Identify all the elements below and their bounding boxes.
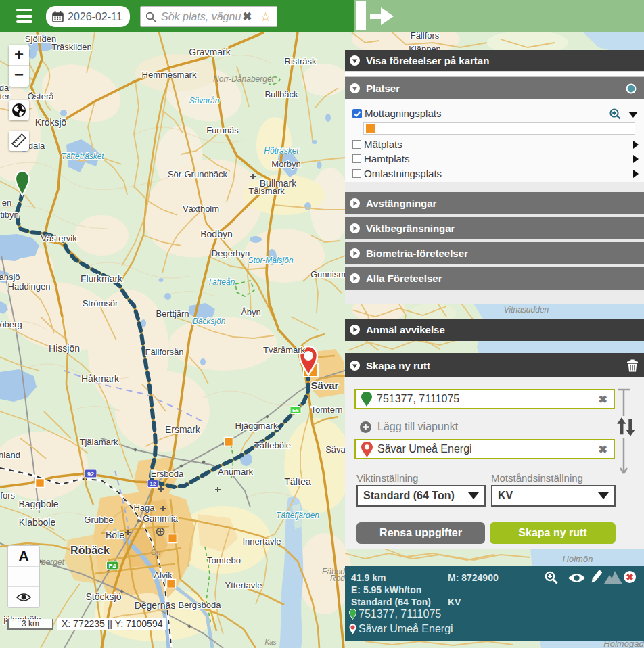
svg-text:nland: nland bbox=[0, 450, 20, 460]
svg-text:Bullbäck: Bullbäck bbox=[264, 89, 298, 99]
svg-text:Berttjärn: Berttjärn bbox=[156, 308, 189, 319]
svg-text:Grubbe: Grubbe bbox=[84, 515, 113, 525]
svg-text:E6: E6 bbox=[292, 407, 299, 413]
svg-text:Haga: Haga bbox=[133, 503, 155, 513]
svg-text:Degernäs: Degernäs bbox=[135, 600, 176, 611]
svg-text:Rod: Rod bbox=[330, 574, 345, 583]
svg-text:dala: dala bbox=[28, 141, 45, 151]
svg-text:Stöcksjö: Stöcksjö bbox=[86, 591, 122, 602]
svg-text:Gammlia: Gammlia bbox=[143, 513, 179, 524]
svg-text:Säva: Säva bbox=[325, 444, 346, 455]
svg-text:Täftea: Täftea bbox=[284, 476, 311, 487]
svg-text:Bäcksjön: Bäcksjön bbox=[193, 317, 226, 326]
svg-text:Tjälamark: Tjälamark bbox=[79, 437, 118, 447]
svg-text:Sör-Grundbäck: Sör-Grundbäck bbox=[168, 169, 228, 179]
svg-text:Baggböle: Baggböle bbox=[18, 499, 58, 509]
svg-text:Gravmark: Gravmark bbox=[189, 47, 231, 57]
svg-text:Tomtebo: Tomtebo bbox=[207, 555, 241, 565]
svg-text:Stor-Malsjön: Stor-Malsjön bbox=[248, 256, 293, 265]
svg-text:Hissjön: Hissjön bbox=[49, 343, 80, 354]
svg-text:Innertavle: Innertavle bbox=[242, 536, 281, 547]
svg-text:öberg: öberg bbox=[0, 319, 22, 329]
svg-text:Tväråmark: Tväråmark bbox=[263, 345, 306, 355]
svg-text:Tålsmark: Tålsmark bbox=[248, 186, 285, 196]
svg-text:ansjö: ansjö bbox=[0, 272, 20, 282]
svg-text:Ersboda: Ersboda bbox=[151, 469, 184, 479]
svg-text:Strömsör: Strömsör bbox=[83, 298, 118, 308]
svg-text:Hemmesmark: Hemmesmark bbox=[142, 70, 197, 80]
svg-text:Västervik: Västervik bbox=[41, 233, 77, 244]
svg-text:rfors: rfors bbox=[0, 490, 16, 501]
svg-text:92: 92 bbox=[87, 471, 94, 478]
svg-text:Fällforsån: Fällforsån bbox=[145, 347, 183, 357]
svg-text:Sävar: Sävar bbox=[311, 379, 339, 391]
svg-text:Bodbyn: Bodbyn bbox=[200, 229, 232, 239]
svg-text:ter: ter bbox=[0, 91, 10, 101]
svg-text:Åbyn: Åbyn bbox=[241, 307, 261, 317]
svg-text:Täfteträsket: Täfteträsket bbox=[61, 152, 104, 161]
svg-text:Böle: Böle bbox=[106, 530, 124, 540]
svg-text:Ön: Ön bbox=[151, 548, 161, 556]
svg-text:Kas: Kas bbox=[264, 639, 276, 646]
svg-text:Anumark: Anumark bbox=[218, 467, 254, 477]
svg-text:Höträsket: Höträsket bbox=[264, 146, 299, 156]
svg-text:Yttertavle: Yttertavle bbox=[225, 580, 262, 591]
svg-text:Håkmark: Håkmark bbox=[81, 373, 120, 384]
svg-text:Degerbyn: Degerbyn bbox=[212, 248, 250, 258]
svg-text:Röbäck: Röbäck bbox=[70, 545, 110, 556]
svg-text:Fällfors: Fällfors bbox=[411, 32, 440, 41]
svg-text:Hjäggmark: Hjäggmark bbox=[235, 421, 278, 431]
svg-text:Växtholm: Växtholm bbox=[183, 204, 219, 214]
svg-text:Flurkmark: Flurkmark bbox=[80, 273, 123, 284]
svg-text:Furunäs: Furunäs bbox=[206, 125, 239, 135]
svg-text:Österå: Österå bbox=[27, 91, 54, 101]
svg-text:en: en bbox=[2, 198, 12, 208]
svg-text:Klabböle: Klabböle bbox=[19, 517, 56, 528]
svg-text:berget: berget bbox=[41, 557, 65, 567]
svg-text:Bergsboda: Bergsboda bbox=[179, 600, 222, 610]
svg-text:E4: E4 bbox=[108, 563, 116, 570]
svg-text:Risträsk: Risträsk bbox=[285, 56, 317, 66]
svg-text:Kroksjö: Kroksjö bbox=[35, 117, 67, 128]
svg-text:tibyn: tibyn bbox=[0, 210, 18, 220]
svg-text:Täftefjärden: Täftefjärden bbox=[276, 511, 319, 520]
svg-text:Alvik: Alvik bbox=[154, 570, 172, 580]
svg-text:Täfteån: Täfteån bbox=[208, 277, 235, 287]
svg-text:Tomtern: Tomtern bbox=[311, 404, 343, 415]
svg-text:Ersmark: Ersmark bbox=[165, 424, 201, 435]
svg-text:Haddingen: Haddingen bbox=[8, 281, 51, 292]
svg-text:Täfteböle: Täfteböle bbox=[254, 440, 291, 450]
svg-text:Norr-Dånaberget: Norr-Dånaberget bbox=[213, 74, 274, 84]
svg-text:Sävarån: Sävarån bbox=[189, 96, 220, 106]
svg-text:Gunnism: Gunnism bbox=[310, 269, 346, 279]
svg-text:Träskliden: Träskliden bbox=[51, 42, 91, 52]
svg-text:Morbyn: Morbyn bbox=[271, 159, 300, 169]
svg-text:12: 12 bbox=[150, 481, 156, 487]
